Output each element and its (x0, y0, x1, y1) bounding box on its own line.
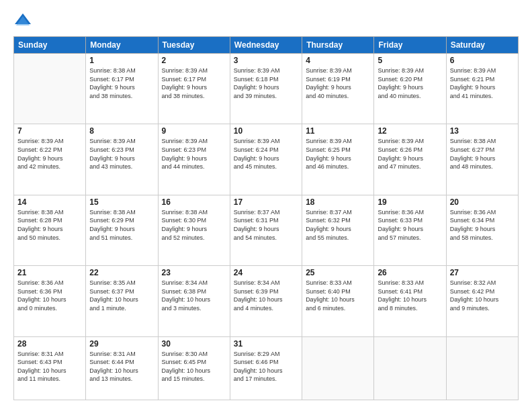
day-info: Sunrise: 8:35 AM Sunset: 6:37 PM Dayligh… (89, 279, 154, 312)
day-info: Sunrise: 8:37 AM Sunset: 6:31 PM Dayligh… (234, 208, 298, 242)
day-info: Sunrise: 8:38 AM Sunset: 6:17 PM Dayligh… (89, 66, 154, 100)
day-number: 2 (162, 56, 226, 65)
calendar-cell: 20Sunrise: 8:36 AM Sunset: 6:34 PM Dayli… (446, 195, 518, 265)
day-number: 12 (378, 126, 442, 136)
weekday-header-monday: Monday (86, 37, 158, 54)
day-info: Sunrise: 8:39 AM Sunset: 6:19 PM Dayligh… (306, 66, 370, 100)
day-number: 28 (17, 339, 82, 349)
calendar-week-2: 7Sunrise: 8:39 AM Sunset: 6:22 PM Daylig… (14, 124, 519, 195)
day-number: 7 (17, 126, 82, 136)
calendar-cell: 17Sunrise: 8:37 AM Sunset: 6:31 PM Dayli… (230, 195, 302, 265)
day-number: 27 (450, 268, 515, 277)
calendar-cell: 4Sunrise: 8:39 AM Sunset: 6:19 PM Daylig… (302, 54, 374, 124)
calendar-cell (374, 336, 446, 400)
day-info: Sunrise: 8:38 AM Sunset: 6:30 PM Dayligh… (162, 208, 226, 242)
calendar-cell: 22Sunrise: 8:35 AM Sunset: 6:37 PM Dayli… (86, 266, 158, 336)
day-info: Sunrise: 8:39 AM Sunset: 6:17 PM Dayligh… (162, 66, 226, 100)
day-number: 31 (234, 339, 298, 349)
header (13, 11, 519, 30)
day-info: Sunrise: 8:39 AM Sunset: 6:18 PM Dayligh… (234, 66, 298, 100)
calendar-cell (446, 336, 518, 400)
day-info: Sunrise: 8:38 AM Sunset: 6:27 PM Dayligh… (450, 137, 515, 171)
day-info: Sunrise: 8:31 AM Sunset: 6:44 PM Dayligh… (89, 350, 154, 383)
day-number: 3 (234, 56, 298, 65)
day-number: 17 (234, 197, 298, 207)
weekday-header-thursday: Thursday (302, 37, 374, 54)
calendar-week-4: 21Sunrise: 8:36 AM Sunset: 6:36 PM Dayli… (14, 266, 519, 336)
calendar-cell: 9Sunrise: 8:39 AM Sunset: 6:23 PM Daylig… (158, 124, 230, 195)
day-info: Sunrise: 8:33 AM Sunset: 6:41 PM Dayligh… (378, 279, 442, 312)
day-info: Sunrise: 8:39 AM Sunset: 6:25 PM Dayligh… (306, 137, 370, 171)
day-info: Sunrise: 8:32 AM Sunset: 6:42 PM Dayligh… (450, 279, 515, 312)
day-info: Sunrise: 8:39 AM Sunset: 6:21 PM Dayligh… (450, 66, 515, 100)
calendar-cell: 25Sunrise: 8:33 AM Sunset: 6:40 PM Dayli… (302, 266, 374, 336)
day-info: Sunrise: 8:37 AM Sunset: 6:32 PM Dayligh… (306, 208, 370, 242)
day-number: 16 (162, 197, 226, 207)
day-number: 14 (17, 197, 82, 207)
day-info: Sunrise: 8:34 AM Sunset: 6:39 PM Dayligh… (234, 279, 298, 312)
day-number: 9 (162, 126, 226, 136)
day-number: 30 (162, 339, 226, 349)
calendar-cell: 2Sunrise: 8:39 AM Sunset: 6:17 PM Daylig… (158, 54, 230, 124)
calendar-cell: 21Sunrise: 8:36 AM Sunset: 6:36 PM Dayli… (14, 266, 86, 336)
calendar-cell: 12Sunrise: 8:39 AM Sunset: 6:26 PM Dayli… (374, 124, 446, 195)
day-info: Sunrise: 8:34 AM Sunset: 6:38 PM Dayligh… (162, 279, 226, 312)
calendar-cell: 24Sunrise: 8:34 AM Sunset: 6:39 PM Dayli… (230, 266, 302, 336)
calendar-cell: 30Sunrise: 8:30 AM Sunset: 6:45 PM Dayli… (158, 336, 230, 400)
weekday-header-sunday: Sunday (14, 37, 86, 54)
calendar-cell: 15Sunrise: 8:38 AM Sunset: 6:29 PM Dayli… (86, 195, 158, 265)
calendar-cell: 29Sunrise: 8:31 AM Sunset: 6:44 PM Dayli… (86, 336, 158, 400)
calendar-cell: 23Sunrise: 8:34 AM Sunset: 6:38 PM Dayli… (158, 266, 230, 336)
calendar-week-5: 28Sunrise: 8:31 AM Sunset: 6:43 PM Dayli… (14, 336, 519, 400)
logo-icon (13, 11, 32, 30)
calendar-cell (302, 336, 374, 400)
day-number: 29 (89, 339, 154, 349)
day-info: Sunrise: 8:36 AM Sunset: 6:36 PM Dayligh… (17, 279, 82, 312)
day-info: Sunrise: 8:33 AM Sunset: 6:40 PM Dayligh… (306, 279, 370, 312)
weekday-header-saturday: Saturday (446, 37, 518, 54)
day-info: Sunrise: 8:30 AM Sunset: 6:45 PM Dayligh… (162, 350, 226, 383)
calendar-cell: 27Sunrise: 8:32 AM Sunset: 6:42 PM Dayli… (446, 266, 518, 336)
calendar-cell: 26Sunrise: 8:33 AM Sunset: 6:41 PM Dayli… (374, 266, 446, 336)
calendar-cell: 1Sunrise: 8:38 AM Sunset: 6:17 PM Daylig… (86, 54, 158, 124)
calendar-cell: 14Sunrise: 8:38 AM Sunset: 6:28 PM Dayli… (14, 195, 86, 265)
day-number: 21 (17, 268, 82, 277)
day-number: 5 (378, 56, 442, 65)
calendar-cell: 31Sunrise: 8:29 AM Sunset: 6:46 PM Dayli… (230, 336, 302, 400)
day-number: 19 (378, 197, 442, 207)
calendar-cell: 19Sunrise: 8:36 AM Sunset: 6:33 PM Dayli… (374, 195, 446, 265)
day-number: 23 (162, 268, 226, 277)
day-number: 26 (378, 268, 442, 277)
day-number: 22 (89, 268, 154, 277)
weekday-header-row: SundayMondayTuesdayWednesdayThursdayFrid… (14, 37, 519, 54)
calendar-cell: 10Sunrise: 8:39 AM Sunset: 6:24 PM Dayli… (230, 124, 302, 195)
calendar-cell: 13Sunrise: 8:38 AM Sunset: 6:27 PM Dayli… (446, 124, 518, 195)
day-info: Sunrise: 8:39 AM Sunset: 6:24 PM Dayligh… (234, 137, 298, 171)
weekday-header-tuesday: Tuesday (158, 37, 230, 54)
day-info: Sunrise: 8:39 AM Sunset: 6:26 PM Dayligh… (378, 137, 442, 171)
calendar-week-3: 14Sunrise: 8:38 AM Sunset: 6:28 PM Dayli… (14, 195, 519, 265)
day-number: 11 (306, 126, 370, 136)
day-number: 18 (306, 197, 370, 207)
day-number: 24 (234, 268, 298, 277)
day-number: 25 (306, 268, 370, 277)
weekday-header-wednesday: Wednesday (230, 37, 302, 54)
day-info: Sunrise: 8:38 AM Sunset: 6:29 PM Dayligh… (89, 208, 154, 242)
day-number: 10 (234, 126, 298, 136)
calendar-cell: 28Sunrise: 8:31 AM Sunset: 6:43 PM Dayli… (14, 336, 86, 400)
logo (13, 11, 35, 30)
day-info: Sunrise: 8:36 AM Sunset: 6:33 PM Dayligh… (378, 208, 442, 242)
calendar-cell: 5Sunrise: 8:39 AM Sunset: 6:20 PM Daylig… (374, 54, 446, 124)
day-info: Sunrise: 8:39 AM Sunset: 6:23 PM Dayligh… (162, 137, 226, 171)
day-info: Sunrise: 8:38 AM Sunset: 6:28 PM Dayligh… (17, 208, 82, 242)
calendar-cell: 16Sunrise: 8:38 AM Sunset: 6:30 PM Dayli… (158, 195, 230, 265)
day-number: 13 (450, 126, 515, 136)
day-number: 4 (306, 56, 370, 65)
page: SundayMondayTuesdayWednesdayThursdayFrid… (0, 0, 532, 411)
day-number: 15 (89, 197, 154, 207)
day-number: 20 (450, 197, 515, 207)
day-number: 6 (450, 56, 515, 65)
calendar-table: SundayMondayTuesdayWednesdayThursdayFrid… (13, 36, 519, 400)
calendar-cell: 6Sunrise: 8:39 AM Sunset: 6:21 PM Daylig… (446, 54, 518, 124)
calendar-cell: 18Sunrise: 8:37 AM Sunset: 6:32 PM Dayli… (302, 195, 374, 265)
